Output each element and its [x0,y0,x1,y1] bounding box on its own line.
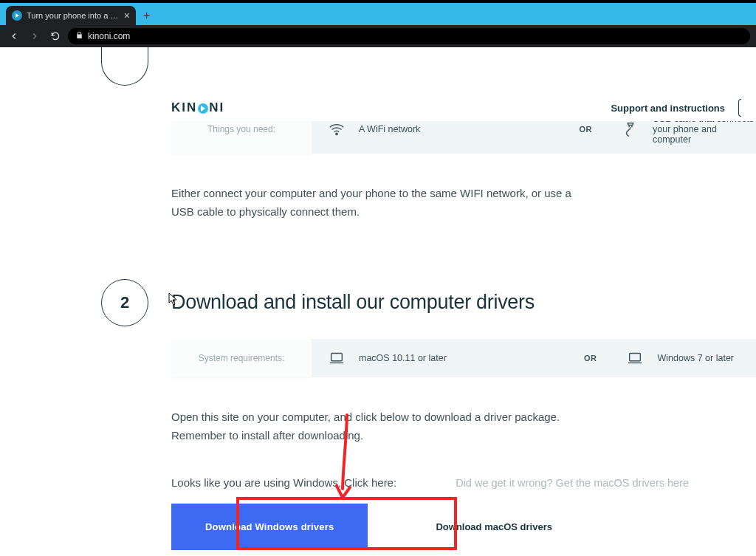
tab-title: Turn your phone into a wireless w [27,11,120,20]
step1-body-text: Either connect your computer and your ph… [171,185,585,222]
requirement-windows: Windows 7 or later [610,350,756,366]
tab-favicon-icon [12,10,22,21]
step2-requirements-row: System requirements: macOS 10.11 or late… [171,339,756,377]
download-windows-button[interactable]: Download Windows drivers [171,504,368,550]
requirement-macos-label: macOS 10.11 or later [359,353,447,363]
forward-button[interactable] [27,28,43,44]
page-content: KINNI Support and instructions Things yo… [0,47,756,556]
download-macos-button[interactable]: Download macOS drivers [436,521,552,532]
logo-text-kin: KIN [171,100,197,115]
requirement-macos: macOS 10.11 or later [312,350,463,366]
usb-cable-icon [622,121,639,137]
back-button[interactable] [6,28,22,44]
browser-url-bar: kinoni.com [0,25,756,47]
url-text: kinoni.com [88,31,130,41]
step-2-badge: 2 [101,279,148,326]
laptop-icon [328,350,346,366]
browser-tab[interactable]: Turn your phone into a wireless w × [6,6,136,25]
header-button-fragment-icon [738,99,741,117]
browser-title-bar: Turn your phone into a wireless w × + [0,3,756,25]
lock-icon [75,31,83,41]
svg-rect-1 [331,354,343,361]
step-2-number: 2 [120,293,129,312]
requirement-wifi: A WiFi network [312,121,436,137]
or-separator: OR [566,125,606,134]
requirement-windows-label: Windows 7 or later [657,353,734,363]
tab-close-icon[interactable]: × [124,10,130,21]
wifi-icon [328,121,346,137]
requirements-label: System requirements: [171,339,312,377]
new-tab-button[interactable]: + [143,9,150,22]
os-detect-text: Looks like you are using Windows. Click … [171,476,396,489]
step2-heading: Download and install our computer driver… [171,291,756,314]
site-header: KINNI Support and instructions [0,95,756,121]
reload-button[interactable] [47,28,63,44]
or-separator: OR [571,354,611,363]
address-bar[interactable]: kinoni.com [68,28,750,44]
logo-text-ni: NI [209,100,224,115]
os-alt-text: Did we get it wrong? Get the macOS drive… [456,477,689,489]
laptop-icon [626,350,644,366]
support-link[interactable]: Support and instructions [611,103,725,114]
step2-body-text: Open this site on your computer, and cli… [171,408,585,445]
logo-play-icon [198,103,208,114]
svg-point-0 [336,133,337,134]
svg-rect-2 [630,354,641,361]
site-logo[interactable]: KINNI [171,100,224,115]
requirement-wifi-label: A WiFi network [359,124,420,134]
step-1-badge [101,47,148,86]
